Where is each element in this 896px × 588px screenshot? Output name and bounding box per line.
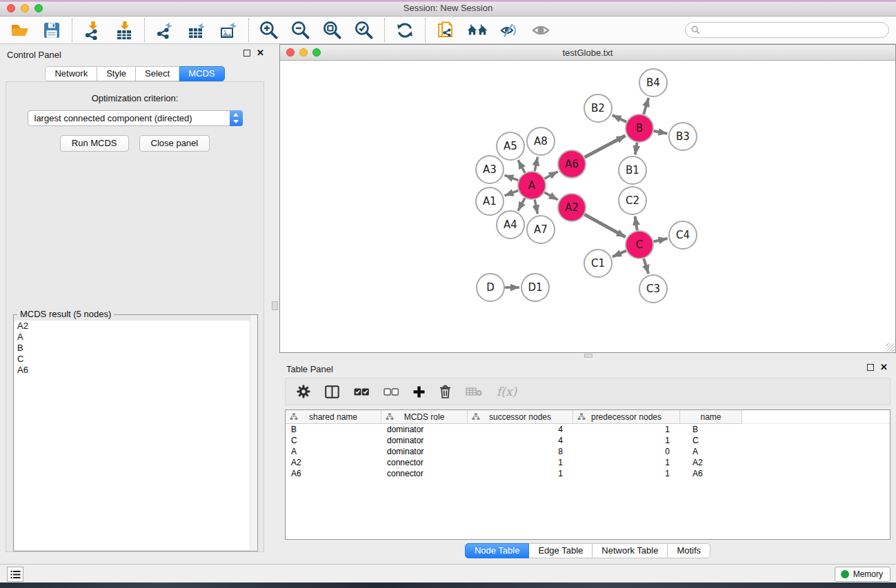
float-table-panel-icon[interactable] xyxy=(867,364,874,371)
graph-edge-A-A8[interactable] xyxy=(535,157,537,172)
table-row[interactable]: Cdominator41C xyxy=(286,435,890,446)
tab-style[interactable]: Style xyxy=(97,66,136,81)
import-network-icon[interactable] xyxy=(82,20,103,41)
close-panel-icon[interactable]: ✕ xyxy=(257,50,264,57)
cell-MCDS-role[interactable]: dominator xyxy=(381,446,468,457)
cell-name[interactable]: A6 xyxy=(680,468,742,479)
graph-edge-B-B3[interactable] xyxy=(654,131,668,134)
column-header-MCDS-role[interactable]: MCDS role xyxy=(381,410,468,424)
window-resize-grip[interactable] xyxy=(886,343,895,352)
new-network-from-selection-icon[interactable] xyxy=(435,20,456,41)
table-row[interactable]: A2connector11A2 xyxy=(286,457,890,468)
result-item-A6[interactable]: A6 xyxy=(14,365,257,376)
run-mcds-button[interactable]: Run MCDS xyxy=(60,135,129,152)
graph-edge-A-A6[interactable] xyxy=(545,172,558,179)
graph-edge-C-C3[interactable] xyxy=(644,258,648,274)
open-file-icon[interactable] xyxy=(10,20,30,41)
cell-predecessor-nodes[interactable]: 1 xyxy=(573,424,680,435)
refresh-icon[interactable] xyxy=(395,20,415,41)
column-header-shared-name[interactable]: shared name xyxy=(286,410,381,424)
vertical-split-handle[interactable] xyxy=(272,301,278,310)
table-options-gear-icon[interactable] xyxy=(297,385,310,398)
hide-graphics-details-icon[interactable] xyxy=(499,20,519,41)
cell-successor-nodes[interactable]: 4 xyxy=(468,424,573,435)
tab-mcds[interactable]: MCDS xyxy=(179,66,224,81)
cell-name[interactable]: A2 xyxy=(680,457,742,468)
result-item-C[interactable]: C xyxy=(14,354,257,365)
column-header-name[interactable]: name xyxy=(680,410,742,424)
cell-predecessor-nodes[interactable]: 1 xyxy=(573,468,680,479)
cell-shared-name[interactable]: A2 xyxy=(286,457,381,468)
result-scrollbar[interactable] xyxy=(250,315,257,551)
export-image-icon[interactable] xyxy=(218,20,239,41)
cell-name[interactable]: C xyxy=(680,435,742,446)
horizontal-split-handle[interactable] xyxy=(584,354,593,358)
cell-name[interactable]: B xyxy=(680,424,742,435)
result-item-B[interactable]: B xyxy=(14,343,257,354)
column-browser-icon[interactable] xyxy=(325,385,339,398)
cell-MCDS-role[interactable]: dominator xyxy=(381,435,468,446)
graph-edge-A6-B[interactable] xyxy=(585,136,626,157)
graph-edge-C-C1[interactable] xyxy=(613,251,626,257)
tab-select[interactable]: Select xyxy=(136,66,179,81)
cell-predecessor-nodes[interactable]: 1 xyxy=(573,435,680,446)
cell-MCDS-role[interactable]: connector xyxy=(381,457,468,468)
graph-edge-A-A2[interactable] xyxy=(544,192,557,200)
select-all-checkboxes-icon[interactable] xyxy=(354,388,369,396)
table-row[interactable]: A6connector11A6 xyxy=(286,468,890,479)
export-network-icon[interactable] xyxy=(155,20,175,41)
result-item-A[interactable]: A xyxy=(14,332,257,343)
result-item-A2[interactable]: A2 xyxy=(14,321,257,332)
tab-motifs[interactable]: Motifs xyxy=(668,543,710,558)
deselect-all-checkboxes-icon[interactable] xyxy=(384,388,399,396)
column-header-predecessor-nodes[interactable]: predecessor nodes xyxy=(573,410,680,424)
float-panel-icon[interactable] xyxy=(243,50,250,57)
function-builder-icon[interactable]: f(x) xyxy=(497,385,517,398)
tab-edge-table[interactable]: Edge Table xyxy=(529,543,593,558)
delete-column-icon[interactable] xyxy=(439,385,451,398)
cell-shared-name[interactable]: A xyxy=(286,446,381,457)
zoom-fit-icon[interactable] xyxy=(322,20,343,41)
export-table-icon[interactable] xyxy=(186,20,207,41)
cell-name[interactable]: A xyxy=(680,446,742,457)
cell-predecessor-nodes[interactable]: 0 xyxy=(573,446,680,457)
show-graphics-details-icon[interactable] xyxy=(530,20,551,41)
search-input[interactable] xyxy=(704,26,883,35)
graph-edge-C-C2[interactable] xyxy=(635,216,637,231)
graph-edge-A-A3[interactable] xyxy=(505,175,519,180)
column-header-successor-nodes[interactable]: successor nodes xyxy=(468,410,573,424)
optimization-criterion-dropdown[interactable]: largest connected component (directed) xyxy=(28,110,243,126)
close-table-panel-icon[interactable]: ✕ xyxy=(880,364,888,371)
network-canvas[interactable]: B4B2BB3A8A5A6A3B1AA1C2A2A4A7C4CC1DD1C3 xyxy=(280,61,895,352)
tab-node-table[interactable]: Node Table xyxy=(465,543,530,558)
add-column-icon[interactable] xyxy=(413,386,425,398)
first-neighbors-icon[interactable] xyxy=(467,20,488,41)
graph-edge-C-C4[interactable] xyxy=(653,239,667,241)
delete-table-icon[interactable] xyxy=(466,387,482,396)
cell-successor-nodes[interactable]: 1 xyxy=(468,457,573,468)
cell-MCDS-role[interactable]: dominator xyxy=(381,424,468,435)
cell-successor-nodes[interactable]: 1 xyxy=(468,468,573,479)
network-window-titlebar[interactable]: testGlobe.txt xyxy=(280,45,895,61)
cell-MCDS-role[interactable]: connector xyxy=(381,468,468,479)
graph-edge-B-B1[interactable] xyxy=(635,143,637,155)
import-table-icon[interactable] xyxy=(114,20,135,41)
cell-successor-nodes[interactable]: 8 xyxy=(468,446,573,457)
zoom-in-icon[interactable] xyxy=(259,20,279,41)
cell-shared-name[interactable]: B xyxy=(286,424,381,435)
graph-edge-B-B2[interactable] xyxy=(613,115,626,122)
graph-edge-A2-C[interactable] xyxy=(584,214,625,237)
graph-edge-A-A5[interactable] xyxy=(518,160,525,172)
cell-shared-name[interactable]: C xyxy=(286,435,381,446)
graph-edge-A-A4[interactable] xyxy=(518,198,525,210)
table-row[interactable]: Adominator80A xyxy=(286,446,890,457)
search-box[interactable] xyxy=(685,22,889,38)
cell-successor-nodes[interactable]: 4 xyxy=(468,435,573,446)
graph-edge-A-A1[interactable] xyxy=(505,190,519,195)
zoom-selected-icon[interactable] xyxy=(354,20,375,41)
save-session-icon[interactable] xyxy=(41,20,62,41)
graph-edge-B-B4[interactable] xyxy=(644,98,648,114)
table-row[interactable]: Bdominator41B xyxy=(286,424,890,435)
mcds-result-list[interactable]: A2ABCA6 xyxy=(14,321,257,550)
zoom-out-icon[interactable] xyxy=(290,20,311,41)
